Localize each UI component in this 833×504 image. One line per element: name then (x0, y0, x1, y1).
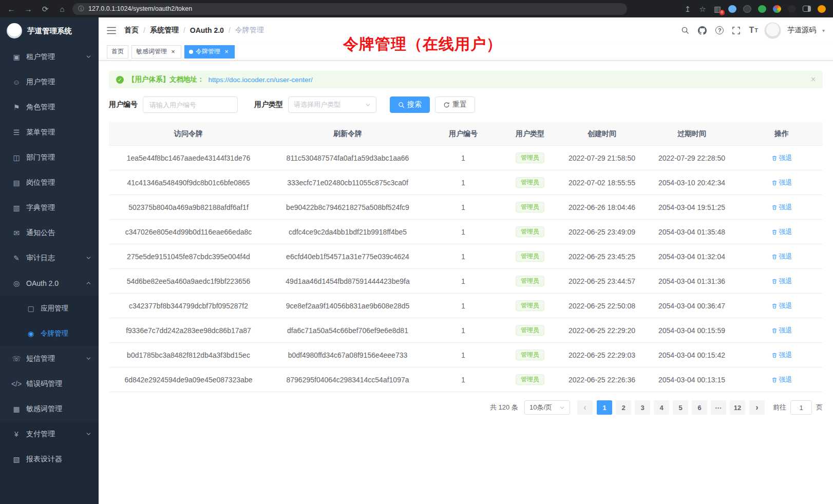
breadcrumb-item[interactable]: OAuth 2.0 (190, 26, 224, 34)
forward-icon[interactable]: → (24, 5, 32, 13)
tab-token[interactable]: 令牌管理× (184, 45, 235, 59)
page-button[interactable]: 3 (635, 400, 650, 415)
sidebar-item-oauth2-token[interactable]: ◉令牌管理 (0, 321, 99, 346)
share-icon[interactable]: ↥ (684, 5, 692, 13)
user-avatar[interactable] (764, 22, 781, 39)
user-name[interactable]: 芋道源码 (787, 26, 816, 35)
alert-close-icon[interactable]: × (811, 75, 816, 84)
breadcrumb-separator: / (143, 26, 145, 34)
bookmark-icon[interactable]: ☆ (698, 5, 707, 13)
content: ✓ 【用户体系】文档地址： https://doc.iocoder.cn/use… (99, 61, 833, 504)
post-icon: ▤ (10, 179, 23, 187)
pay-icon: ¥ (10, 430, 23, 438)
sidebar-item-errcode[interactable]: </>错误码管理 (0, 371, 99, 396)
sidebar-item-user[interactable]: ☺用户管理 (0, 69, 99, 94)
create-time-cell: 2022-06-25 23:49:09 (561, 228, 643, 236)
expire-time-cell: 2022-07-29 22:28:50 (643, 154, 741, 162)
page-size-select[interactable]: 10条/页 (524, 400, 570, 415)
site-info-icon[interactable]: ⓘ (78, 5, 84, 13)
page-ellipsis-button[interactable]: ··· (711, 400, 726, 415)
sidebar-item-report[interactable]: ▧报表设计器 (0, 447, 99, 472)
user-id-input[interactable] (143, 96, 238, 113)
force-logout-button[interactable]: 强退 (771, 153, 792, 163)
dept-icon: ◫ (10, 153, 23, 162)
sidebar-item-tenant[interactable]: ▣租户管理 (0, 44, 99, 69)
trash-icon (771, 204, 778, 210)
prev-page-button[interactable]: ‹ (577, 400, 593, 415)
force-logout-button[interactable]: 强退 (771, 203, 792, 212)
refresh-icon (443, 102, 450, 108)
caret-down-icon[interactable]: ▾ (822, 28, 825, 33)
goto-page-input[interactable] (790, 400, 812, 415)
reload-icon[interactable]: ⟳ (41, 5, 49, 13)
tab-home[interactable]: 首页 (107, 45, 128, 59)
url-text: 127.0.0.1:1024/system/oauth2/token (88, 5, 192, 12)
doc-link[interactable]: https://doc.iocoder.cn/user-center/ (209, 76, 313, 84)
force-logout-button[interactable]: 强退 (771, 375, 792, 384)
sidebar-item-pay[interactable]: ¥支付管理 (0, 421, 99, 447)
sidebar-item-audit[interactable]: ✎审计日志 (0, 245, 99, 270)
force-logout-button[interactable]: 强退 (771, 301, 792, 311)
fullscreen-icon[interactable] (732, 27, 740, 34)
search-icon[interactable] (681, 26, 689, 34)
sidebar-item-menu[interactable]: ☰菜单管理 (0, 120, 99, 145)
sidepanel-icon[interactable] (803, 6, 811, 12)
force-logout-button[interactable]: 强退 (771, 178, 792, 187)
sidebar-item-sms[interactable]: ☏短信管理 (0, 346, 99, 371)
sidebar-item-label: 部门管理 (26, 153, 91, 162)
page-button[interactable]: 5 (673, 400, 688, 415)
sidebar-toggle-button[interactable] (107, 27, 116, 34)
breadcrumb-item[interactable]: 系统管理 (150, 26, 179, 35)
action-cell: 强退 (741, 277, 823, 286)
user-type-select[interactable]: 请选择用户类型 (288, 96, 376, 113)
sidebar-item-dept[interactable]: ◫部门管理 (0, 145, 99, 170)
font-size-icon[interactable]: TT (749, 26, 758, 35)
sidebar-item-label: 敏感词管理 (26, 404, 91, 414)
address-bar[interactable]: ⓘ 127.0.0.1:1024/system/oauth2/token (72, 3, 627, 15)
sidebar-item-dict[interactable]: ▥字典管理 (0, 195, 99, 220)
app-icon: ▢ (25, 304, 37, 313)
force-logout-button[interactable]: 强退 (771, 326, 792, 335)
user-type-tag: 管理员 (516, 276, 544, 287)
sidebar-item-post[interactable]: ▤岗位管理 (0, 170, 99, 195)
page-button[interactable]: 1 (597, 400, 612, 415)
extension-badged-icon[interactable]: ▥0 (713, 5, 722, 13)
extension-green-icon[interactable] (758, 5, 766, 13)
extension-paw-icon[interactable] (788, 5, 796, 13)
tab-sensitive-word[interactable]: 敏感词管理× (131, 45, 181, 59)
sidebar-item-oauth2[interactable]: ◎OAuth 2.0 (0, 270, 99, 296)
trash-icon (771, 377, 778, 383)
expire-time-cell: 2054-03-04 01:32:04 (643, 253, 741, 261)
sidebar-item-notice[interactable]: ✉通知公告 (0, 220, 99, 245)
page-button[interactable]: 12 (730, 400, 745, 415)
help-icon[interactable]: ? (715, 26, 724, 34)
profile-avatar[interactable] (818, 5, 826, 13)
access-token-cell: c347026e805e4d99b0d116eae66eda8c (109, 228, 268, 236)
page-button[interactable]: 4 (654, 400, 669, 415)
close-tab-icon[interactable]: × (223, 48, 230, 55)
breadcrumb-item[interactable]: 首页 (124, 26, 139, 35)
sidebar-item-role[interactable]: ⚑角色管理 (0, 94, 99, 120)
search-button[interactable]: 搜索 (390, 96, 430, 113)
extension-color-icon[interactable] (773, 5, 781, 13)
access-token-cell: b0d1785bc3a8482f812db4a3f3bd15ec (109, 351, 268, 359)
force-logout-button[interactable]: 强退 (771, 351, 792, 360)
force-logout-label: 强退 (779, 375, 792, 384)
extension-blue-icon[interactable] (728, 5, 736, 13)
page-button[interactable]: 2 (616, 400, 631, 415)
home-icon[interactable]: ⌂ (58, 5, 66, 13)
force-logout-button[interactable]: 强退 (771, 277, 792, 286)
sidebar-item-sensitive[interactable]: ▦敏感词管理 (0, 396, 99, 421)
extension-dark-icon[interactable] (743, 5, 751, 13)
force-logout-button[interactable]: 强退 (771, 227, 792, 237)
github-icon[interactable] (698, 26, 707, 35)
close-tab-icon[interactable]: × (169, 48, 177, 55)
sidebar-item-oauth2-app[interactable]: ▢应用管理 (0, 296, 99, 321)
reset-button[interactable]: 重置 (435, 96, 475, 113)
force-logout-label: 强退 (779, 351, 792, 360)
page-button[interactable]: 6 (692, 400, 707, 415)
force-logout-button[interactable]: 强退 (771, 252, 792, 261)
next-page-button[interactable]: › (749, 400, 765, 415)
back-icon[interactable]: ← (7, 5, 15, 13)
sidebar-item-label: 应用管理 (41, 304, 91, 313)
